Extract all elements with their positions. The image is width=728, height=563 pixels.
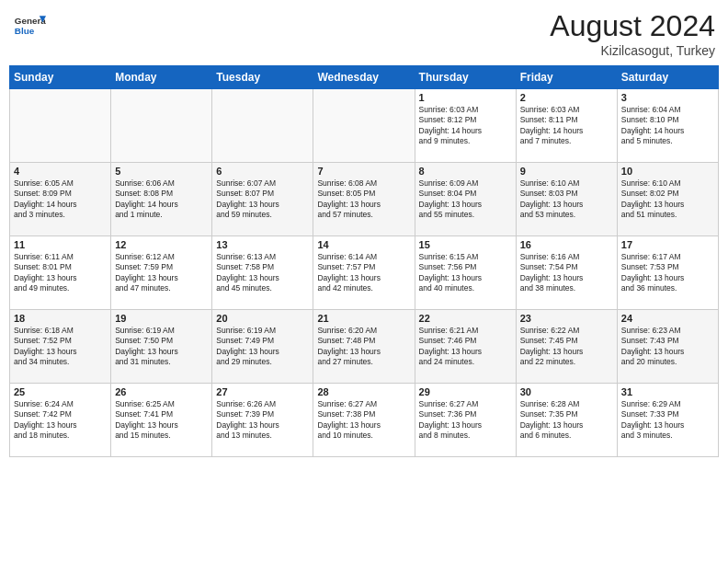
day-info: Sunrise: 6:05 AMSunset: 8:09 PMDaylight:… xyxy=(14,178,107,221)
calendar-cell xyxy=(313,89,415,163)
day-info: Sunrise: 6:28 AMSunset: 7:35 PMDaylight:… xyxy=(520,399,613,442)
calendar-week-3: 11Sunrise: 6:11 AMSunset: 8:01 PMDayligh… xyxy=(10,236,719,310)
day-number: 10 xyxy=(621,166,714,177)
day-info: Sunrise: 6:16 AMSunset: 7:54 PMDaylight:… xyxy=(520,252,613,294)
day-number: 19 xyxy=(115,313,208,324)
calendar-cell: 2Sunrise: 6:03 AMSunset: 8:11 PMDaylight… xyxy=(516,89,617,163)
calendar-cell: 5Sunrise: 6:06 AMSunset: 8:08 PMDaylight… xyxy=(111,163,212,236)
calendar-cell: 28Sunrise: 6:27 AMSunset: 7:38 PMDayligh… xyxy=(313,384,415,457)
day-number: 27 xyxy=(216,386,309,397)
day-number: 22 xyxy=(419,313,512,324)
day-number: 28 xyxy=(317,386,410,397)
svg-text:Blue: Blue xyxy=(15,26,35,36)
day-info: Sunrise: 6:03 AMSunset: 8:11 PMDaylight:… xyxy=(520,105,613,147)
calendar-cell: 4Sunrise: 6:05 AMSunset: 8:09 PMDaylight… xyxy=(10,163,111,236)
calendar-cell: 19Sunrise: 6:19 AMSunset: 7:50 PMDayligh… xyxy=(111,310,212,384)
day-number: 13 xyxy=(216,239,309,250)
day-info: Sunrise: 6:29 AMSunset: 7:33 PMDaylight:… xyxy=(621,399,714,442)
day-info: Sunrise: 6:17 AMSunset: 7:53 PMDaylight:… xyxy=(621,252,714,294)
day-info: Sunrise: 6:10 AMSunset: 8:03 PMDaylight:… xyxy=(520,178,613,221)
weekday-header-thursday: Thursday xyxy=(415,66,516,89)
calendar: SundayMondayTuesdayWednesdayThursdayFrid… xyxy=(9,65,719,457)
day-info: Sunrise: 6:08 AMSunset: 8:05 PMDaylight:… xyxy=(317,178,410,221)
calendar-cell: 1Sunrise: 6:03 AMSunset: 8:12 PMDaylight… xyxy=(415,89,516,163)
calendar-body: 1Sunrise: 6:03 AMSunset: 8:12 PMDaylight… xyxy=(10,89,719,457)
day-info: Sunrise: 6:23 AMSunset: 7:43 PMDaylight:… xyxy=(621,326,714,368)
day-info: Sunrise: 6:10 AMSunset: 8:02 PMDaylight:… xyxy=(621,178,714,221)
calendar-cell: 24Sunrise: 6:23 AMSunset: 7:43 PMDayligh… xyxy=(617,310,718,384)
calendar-cell: 20Sunrise: 6:19 AMSunset: 7:49 PMDayligh… xyxy=(212,310,313,384)
day-number: 18 xyxy=(14,313,107,324)
day-info: Sunrise: 6:19 AMSunset: 7:49 PMDaylight:… xyxy=(216,326,309,368)
day-number: 12 xyxy=(115,239,208,250)
day-info: Sunrise: 6:15 AMSunset: 7:56 PMDaylight:… xyxy=(419,252,512,294)
day-info: Sunrise: 6:11 AMSunset: 8:01 PMDaylight:… xyxy=(14,252,107,294)
weekday-header-row: SundayMondayTuesdayWednesdayThursdayFrid… xyxy=(10,66,719,89)
day-info: Sunrise: 6:21 AMSunset: 7:46 PMDaylight:… xyxy=(419,326,512,368)
day-number: 15 xyxy=(419,239,512,250)
day-number: 5 xyxy=(115,166,208,177)
calendar-cell: 12Sunrise: 6:12 AMSunset: 7:59 PMDayligh… xyxy=(111,236,212,310)
page-header: General Blue August 2024 Kizilcasogut, T… xyxy=(9,9,719,58)
weekday-header-wednesday: Wednesday xyxy=(313,66,415,89)
calendar-cell: 6Sunrise: 6:07 AMSunset: 8:07 PMDaylight… xyxy=(212,163,313,236)
calendar-cell: 23Sunrise: 6:22 AMSunset: 7:45 PMDayligh… xyxy=(516,310,617,384)
location: Kizilcasogut, Turkey xyxy=(550,43,715,58)
title-block: August 2024 Kizilcasogut, Turkey xyxy=(550,9,715,58)
calendar-cell: 30Sunrise: 6:28 AMSunset: 7:35 PMDayligh… xyxy=(516,384,617,457)
day-number: 30 xyxy=(520,386,613,397)
day-info: Sunrise: 6:18 AMSunset: 7:52 PMDaylight:… xyxy=(14,326,107,368)
calendar-week-2: 4Sunrise: 6:05 AMSunset: 8:09 PMDaylight… xyxy=(10,163,719,236)
day-number: 31 xyxy=(621,386,714,397)
calendar-cell: 3Sunrise: 6:04 AMSunset: 8:10 PMDaylight… xyxy=(617,89,718,163)
day-info: Sunrise: 6:27 AMSunset: 7:36 PMDaylight:… xyxy=(419,399,512,442)
day-info: Sunrise: 6:09 AMSunset: 8:04 PMDaylight:… xyxy=(419,178,512,221)
day-number: 8 xyxy=(419,166,512,177)
day-info: Sunrise: 6:26 AMSunset: 7:39 PMDaylight:… xyxy=(216,399,309,442)
calendar-cell: 22Sunrise: 6:21 AMSunset: 7:46 PMDayligh… xyxy=(415,310,516,384)
calendar-cell: 27Sunrise: 6:26 AMSunset: 7:39 PMDayligh… xyxy=(212,384,313,457)
day-info: Sunrise: 6:06 AMSunset: 8:08 PMDaylight:… xyxy=(115,178,208,221)
day-number: 20 xyxy=(216,313,309,324)
day-number: 17 xyxy=(621,239,714,250)
day-info: Sunrise: 6:03 AMSunset: 8:12 PMDaylight:… xyxy=(419,105,512,147)
calendar-cell: 11Sunrise: 6:11 AMSunset: 8:01 PMDayligh… xyxy=(10,236,111,310)
day-number: 29 xyxy=(419,386,512,397)
calendar-cell: 25Sunrise: 6:24 AMSunset: 7:42 PMDayligh… xyxy=(10,384,111,457)
calendar-cell: 9Sunrise: 6:10 AMSunset: 8:03 PMDaylight… xyxy=(516,163,617,236)
calendar-cell xyxy=(111,89,212,163)
day-info: Sunrise: 6:27 AMSunset: 7:38 PMDaylight:… xyxy=(317,399,410,442)
day-info: Sunrise: 6:07 AMSunset: 8:07 PMDaylight:… xyxy=(216,178,309,221)
calendar-week-5: 25Sunrise: 6:24 AMSunset: 7:42 PMDayligh… xyxy=(10,384,719,457)
day-number: 26 xyxy=(115,386,208,397)
day-number: 6 xyxy=(216,166,309,177)
day-info: Sunrise: 6:04 AMSunset: 8:10 PMDaylight:… xyxy=(621,105,714,147)
day-number: 2 xyxy=(520,92,613,103)
day-number: 7 xyxy=(317,166,410,177)
day-info: Sunrise: 6:24 AMSunset: 7:42 PMDaylight:… xyxy=(14,399,107,442)
weekday-header-sunday: Sunday xyxy=(10,66,111,89)
logo-icon: General Blue xyxy=(13,9,46,42)
calendar-cell: 29Sunrise: 6:27 AMSunset: 7:36 PMDayligh… xyxy=(415,384,516,457)
calendar-cell xyxy=(212,89,313,163)
day-number: 16 xyxy=(520,239,613,250)
day-number: 21 xyxy=(317,313,410,324)
calendar-cell: 14Sunrise: 6:14 AMSunset: 7:57 PMDayligh… xyxy=(313,236,415,310)
calendar-cell: 31Sunrise: 6:29 AMSunset: 7:33 PMDayligh… xyxy=(617,384,718,457)
calendar-cell: 17Sunrise: 6:17 AMSunset: 7:53 PMDayligh… xyxy=(617,236,718,310)
calendar-cell xyxy=(10,89,111,163)
day-number: 9 xyxy=(520,166,613,177)
day-number: 4 xyxy=(14,166,107,177)
weekday-header-monday: Monday xyxy=(111,66,212,89)
day-number: 11 xyxy=(14,239,107,250)
calendar-cell: 10Sunrise: 6:10 AMSunset: 8:02 PMDayligh… xyxy=(617,163,718,236)
weekday-header-tuesday: Tuesday xyxy=(212,66,313,89)
calendar-cell: 21Sunrise: 6:20 AMSunset: 7:48 PMDayligh… xyxy=(313,310,415,384)
day-info: Sunrise: 6:22 AMSunset: 7:45 PMDaylight:… xyxy=(520,326,613,368)
day-info: Sunrise: 6:12 AMSunset: 7:59 PMDaylight:… xyxy=(115,252,208,294)
weekday-header-friday: Friday xyxy=(516,66,617,89)
day-info: Sunrise: 6:20 AMSunset: 7:48 PMDaylight:… xyxy=(317,326,410,368)
calendar-cell: 16Sunrise: 6:16 AMSunset: 7:54 PMDayligh… xyxy=(516,236,617,310)
day-number: 25 xyxy=(14,386,107,397)
calendar-cell: 8Sunrise: 6:09 AMSunset: 8:04 PMDaylight… xyxy=(415,163,516,236)
